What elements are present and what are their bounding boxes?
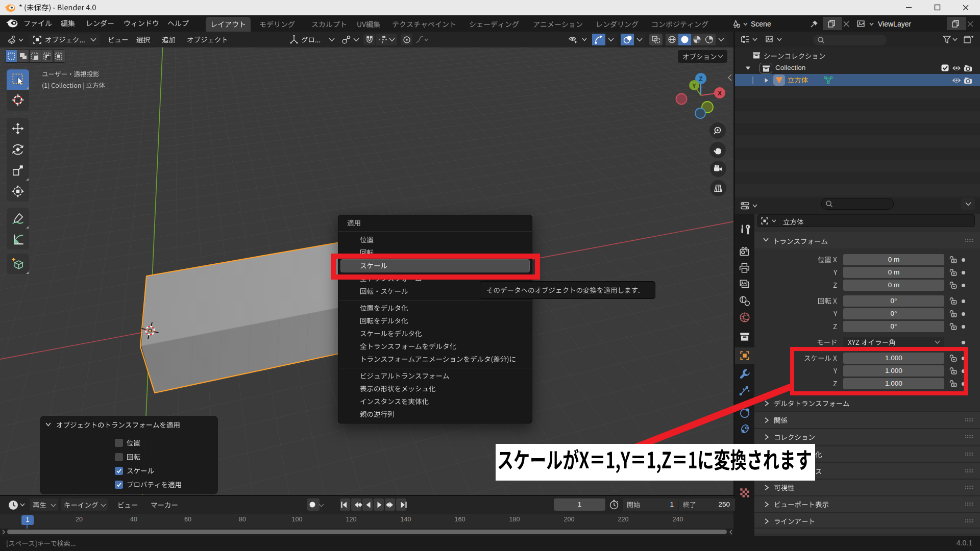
svg-text:Y: Y — [692, 83, 696, 89]
svg-text:Z: Z — [699, 76, 702, 83]
svg-text:X: X — [718, 90, 722, 97]
